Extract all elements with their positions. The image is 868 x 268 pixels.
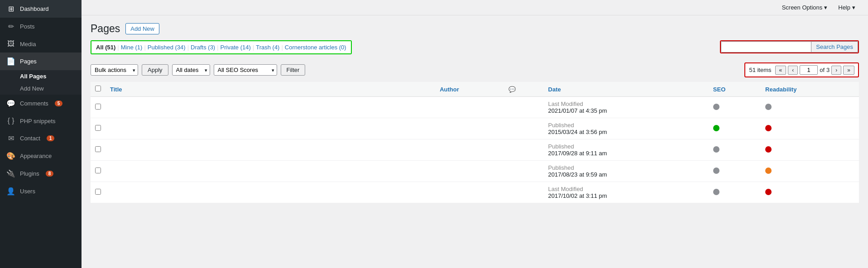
- sidebar-label-pages: Pages: [20, 58, 37, 65]
- table-header-row: Title Author 💬 Date SEO Readability: [91, 82, 859, 97]
- submenu-add-new[interactable]: Add New: [0, 82, 82, 95]
- filter-link-drafts[interactable]: Drafts (3): [191, 44, 215, 51]
- row-checkbox-cell-3: [91, 161, 106, 182]
- dates-select[interactable]: All dates: [172, 64, 210, 76]
- comments-badge: 5: [55, 100, 63, 106]
- apply-button[interactable]: Apply: [142, 64, 168, 76]
- bulk-actions-select[interactable]: Bulk actions: [91, 64, 138, 76]
- filter-link-trash[interactable]: Trash (4): [256, 44, 279, 51]
- sidebar-label-php: PHP snippets: [20, 118, 56, 124]
- row-title-4: [106, 182, 435, 203]
- search-input[interactable]: [721, 41, 811, 53]
- first-page-button[interactable]: «: [775, 66, 786, 75]
- sidebar-item-dashboard[interactable]: ⊞ Dashboard: [0, 0, 82, 18]
- row-comments-4: [504, 182, 543, 203]
- table-row: Published 2017/08/23 at 9:59 am: [91, 161, 859, 182]
- sidebar-item-php-snippets[interactable]: { } PHP snippets: [0, 112, 82, 129]
- help-arrow-icon: ▾: [852, 4, 855, 11]
- seo-dot-2: [713, 146, 719, 153]
- sidebar-item-users[interactable]: 👤 Users: [0, 182, 82, 200]
- next-page-button[interactable]: ›: [831, 66, 841, 75]
- row-title-2: [106, 139, 435, 161]
- posts-icon: ✏: [6, 22, 15, 31]
- page-header: Pages Add New: [91, 23, 859, 35]
- row-seo-1: [709, 118, 761, 139]
- sidebar-item-plugins[interactable]: 🔌 Plugins 8: [0, 165, 82, 182]
- comment-column-header[interactable]: 💬: [504, 82, 543, 97]
- sidebar-label-comments: Comments: [20, 100, 48, 107]
- row-seo-2: [709, 139, 761, 161]
- bulk-actions-wrapper: Bulk actions: [91, 64, 138, 76]
- sidebar-label-dashboard: Dashboard: [20, 5, 49, 12]
- sidebar: ⊞ Dashboard ✏ Posts 🖼 Media 📄 Pages All …: [0, 0, 82, 268]
- sidebar-label-appearance: Appearance: [20, 153, 52, 159]
- row-checkbox-2[interactable]: [95, 146, 101, 152]
- row-comments-3: [504, 161, 543, 182]
- row-title-3: [106, 161, 435, 182]
- seo-scores-wrapper: All SEO Scores: [214, 64, 277, 76]
- sidebar-item-pages[interactable]: 📄 Pages: [0, 53, 82, 70]
- row-checkbox-cell-2: [91, 139, 106, 161]
- seo-dot-0: [713, 104, 719, 110]
- php-icon: { }: [6, 117, 15, 125]
- prev-page-button[interactable]: ‹: [788, 66, 798, 75]
- row-author-2: [435, 139, 504, 161]
- row-checkbox-3[interactable]: [95, 168, 101, 173]
- screen-options-label: Screen Options: [782, 4, 823, 11]
- author-column-header[interactable]: Author: [435, 82, 504, 97]
- search-pages-button[interactable]: Search Pages: [811, 41, 858, 53]
- comment-bubble-icon: 💬: [508, 86, 516, 93]
- select-all-checkbox[interactable]: [95, 86, 101, 91]
- filter-link-mine[interactable]: Mine (1): [121, 44, 143, 51]
- filter-link-all[interactable]: All (51): [96, 44, 115, 51]
- filter-button[interactable]: Filter: [281, 64, 306, 76]
- sidebar-label-plugins: Plugins: [20, 170, 39, 177]
- table-row: Published 2017/09/28 at 9:11 am: [91, 139, 859, 161]
- sidebar-item-media[interactable]: 🖼 Media: [0, 35, 82, 53]
- row-checkbox-1[interactable]: [95, 125, 101, 131]
- help-button[interactable]: Help ▾: [834, 2, 859, 13]
- readability-dot-4: [765, 189, 772, 195]
- pagination-of: of: [820, 67, 825, 73]
- title-column-header[interactable]: Title: [106, 82, 435, 97]
- submenu-all-pages[interactable]: All Pages: [0, 70, 82, 82]
- row-readability-1: [761, 118, 859, 139]
- sidebar-item-appearance[interactable]: 🎨 Appearance: [0, 147, 82, 165]
- row-readability-2: [761, 139, 859, 161]
- readability-dot-1: [765, 125, 772, 131]
- sidebar-label-posts: Posts: [20, 23, 35, 30]
- seo-column-header[interactable]: SEO: [709, 82, 761, 97]
- table-row: Published 2015/03/24 at 3:56 pm: [91, 118, 859, 139]
- appearance-icon: 🎨: [6, 152, 15, 160]
- table-row: Last Modified 2021/01/07 at 4:35 pm: [91, 97, 859, 118]
- topbar: Screen Options ▾ Help ▾: [82, 0, 868, 15]
- row-checkbox-4[interactable]: [95, 189, 101, 195]
- page-title: Pages: [91, 23, 120, 35]
- help-label: Help: [838, 4, 850, 11]
- dates-wrapper: All dates: [172, 64, 210, 76]
- pages-icon: 📄: [6, 57, 15, 66]
- filter-link-published[interactable]: Published (34): [148, 44, 186, 51]
- last-page-button[interactable]: »: [843, 66, 854, 75]
- current-page-input[interactable]: [800, 65, 818, 75]
- row-checkbox-0[interactable]: [95, 104, 101, 110]
- filter-link-private[interactable]: Private (14): [221, 44, 251, 51]
- seo-scores-select[interactable]: All SEO Scores: [214, 64, 277, 76]
- filter-bar: All (51) | Mine (1) | Published (34) | D…: [91, 40, 352, 54]
- readability-column-header[interactable]: Readability: [761, 82, 859, 97]
- readability-dot-3: [765, 168, 772, 174]
- row-seo-0: [709, 97, 761, 118]
- row-seo-4: [709, 182, 761, 203]
- row-date-1: Published 2015/03/24 at 3:56 pm: [544, 118, 709, 139]
- sidebar-item-posts[interactable]: ✏ Posts: [0, 18, 82, 35]
- filter-link-cornerstone[interactable]: Cornerstone articles (0): [285, 44, 346, 51]
- date-column-header[interactable]: Date: [544, 82, 709, 97]
- sidebar-label-contact: Contact: [20, 135, 40, 142]
- contact-icon: ✉: [6, 134, 15, 143]
- sidebar-item-comments[interactable]: 💬 Comments 5: [0, 95, 82, 112]
- screen-options-button[interactable]: Screen Options ▾: [778, 2, 831, 13]
- media-icon: 🖼: [6, 40, 15, 48]
- row-checkbox-cell-0: [91, 97, 106, 118]
- sidebar-item-contact[interactable]: ✉ Contact 1: [0, 129, 82, 147]
- add-new-button[interactable]: Add New: [125, 23, 159, 34]
